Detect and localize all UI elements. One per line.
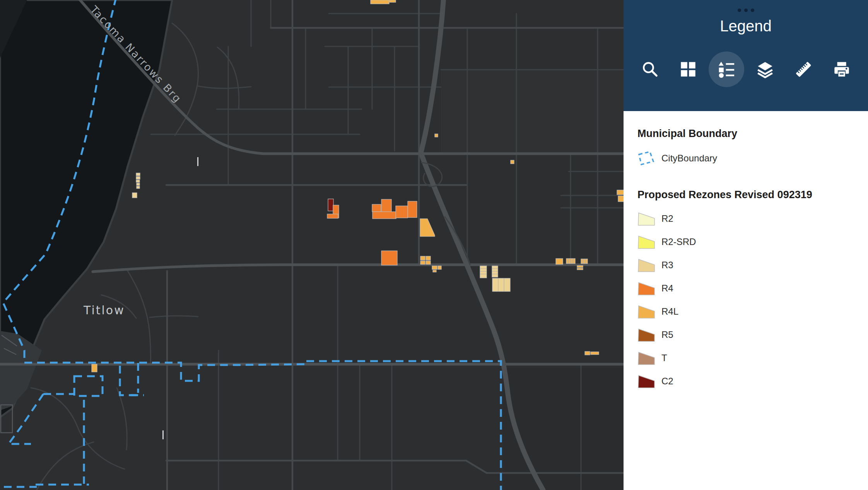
legend-item-r4l: R4L [637,304,856,319]
parcel-r4[interactable] [327,214,338,218]
parcel-r4l[interactable] [583,259,585,264]
map-tick [197,157,198,166]
zone-swatch-icon [637,234,655,250]
legend-list-icon [718,60,735,78]
parcel-r4l[interactable] [566,259,568,264]
zone-swatch-icon [637,281,655,296]
parcel-r4[interactable] [372,204,381,212]
layers-icon [756,60,774,78]
legend-item-label: CityBoundary [661,153,717,164]
parcel-r4l[interactable] [581,259,583,264]
legend-item-r2-srd: R2-SRD [637,234,856,250]
panel-menu-dots[interactable] [624,0,868,12]
parcel-r4l[interactable] [617,190,624,195]
zone-swatch-icon [637,211,655,226]
legend-item-label: R2-SRD [661,236,696,247]
legend-item-label: R4L [661,306,678,317]
zone-swatch-icon [637,350,655,366]
legend-item-label: R4 [661,283,673,294]
parcel-r4l[interactable] [389,0,396,2]
legend-item-r4: R4 [637,281,856,296]
parcel-r3[interactable] [132,193,137,198]
parcel-r4l[interactable] [511,160,514,164]
search-icon [641,60,659,78]
parcel-r3[interactable] [136,176,140,179]
parcel-r4l[interactable] [577,266,583,267]
parcel-r4l[interactable] [432,266,437,269]
legend-item-r3: R3 [637,257,856,273]
parcel-r4l[interactable] [438,266,441,269]
panel-header: Legend [624,0,868,111]
basemap-grid-icon [679,60,697,78]
legend-panel: Legend [624,0,868,490]
parcel-r4l[interactable] [569,259,571,264]
parcel-r4l[interactable] [586,259,588,264]
parcel-r4l[interactable] [426,256,431,260]
panel-title: Legend [624,17,868,35]
parcel-r3[interactable] [136,173,140,176]
zone-swatch-icon [637,257,655,273]
legend-item-label: R3 [661,260,673,271]
legend-body: Municipal Boundary CityBoundary Proposed… [624,111,868,397]
parcel-r4[interactable] [381,199,391,212]
legend-item-r2: R2 [637,211,856,226]
basemap: Tacoma Narrows Brg Titlow [0,0,624,490]
parcel-r4[interactable] [381,251,397,265]
parcel-r4l[interactable] [92,364,97,372]
legend-layer-heading: Municipal Boundary [637,127,856,140]
parcel-r4l[interactable] [573,259,575,264]
map-label-titlow: Titlow [83,303,125,317]
parcel-r3[interactable] [480,266,487,278]
parcel-r4[interactable] [408,201,417,218]
map-canvas[interactable]: Tacoma Narrows Brg Titlow [0,0,624,490]
legend-item-cityboundary: CityBoundary [637,151,856,166]
parcel-r3[interactable] [492,278,510,291]
parcel-r4[interactable] [396,206,408,218]
search-button[interactable] [632,51,668,87]
parcel-r4l[interactable] [420,256,425,260]
parcel-r4l[interactable] [435,134,438,137]
legend-item-r5: R5 [637,327,856,343]
legend-item-label: T [661,353,667,363]
parcel-r4l[interactable] [577,268,583,270]
parcel-r3[interactable] [136,180,140,182]
parcel-r4l[interactable] [556,259,563,264]
legend-item-label: C2 [661,376,673,387]
legend-button[interactable] [709,51,744,87]
land-block [503,368,624,490]
parcel-r3[interactable] [137,183,140,185]
ruler-icon [795,60,812,78]
parcel-r4l[interactable] [426,261,431,264]
measure-button[interactable] [786,51,821,87]
parcel-r4[interactable] [372,212,396,219]
legend-item-t: T [637,350,856,366]
parcel-r4l[interactable] [585,351,590,355]
print-button[interactable] [824,51,859,87]
legend-item-c2: C2 [637,373,856,389]
dashed-boundary-icon [637,151,655,166]
parcel-r4l[interactable] [371,0,389,4]
parcel-r4l[interactable] [433,270,436,272]
zone-swatch-icon [637,373,655,389]
app-window: Tacoma Narrows Brg Titlow Legend [0,0,868,490]
parcel-r4l[interactable] [618,196,624,202]
zone-swatch-icon [637,327,655,343]
legend-layer-heading: Proposed Rezones Revised 092319 [637,188,856,201]
panel-toolbar [624,51,868,87]
map-tick [162,430,164,439]
basemap-button[interactable] [670,51,706,87]
legend-item-label: R2 [661,213,673,224]
parcel-r3[interactable] [137,186,140,188]
parcel-r4l[interactable] [571,259,573,264]
printer-icon [833,60,851,78]
parcel-r4l[interactable] [591,352,599,355]
land-block [441,70,624,154]
parcel-c2[interactable] [328,199,333,211]
zone-swatch-icon [637,304,655,319]
layers-button[interactable] [747,51,783,87]
legend-rows: R2 R2-SRD R3 R4 R4L R5 T [637,211,856,389]
parcel-r4l[interactable] [420,261,425,264]
legend-item-label: R5 [661,329,673,340]
